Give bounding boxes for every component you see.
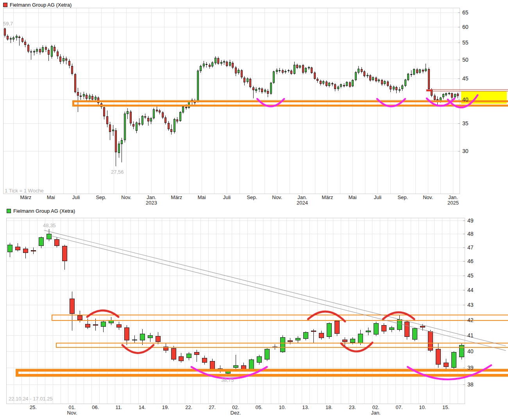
candle xyxy=(31,250,36,252)
candle xyxy=(210,361,215,369)
candle xyxy=(223,61,225,62)
red-channel xyxy=(428,89,508,91)
candle xyxy=(404,80,406,86)
candle xyxy=(51,46,53,57)
candle xyxy=(127,111,129,114)
candle xyxy=(232,63,234,68)
candle xyxy=(179,356,184,361)
daily-chart-legend: Fielmann Group AG (Xetra) xyxy=(7,208,75,214)
x-axis-label: Sep. xyxy=(96,195,106,200)
candle xyxy=(303,332,308,338)
x-axis-label: 10. xyxy=(279,405,286,410)
candle-wick xyxy=(411,70,411,77)
candle xyxy=(326,82,327,86)
candle xyxy=(273,71,275,83)
x-axis-label: 25. xyxy=(30,405,37,410)
candle xyxy=(343,85,345,86)
weekly-high-label: 59,7 xyxy=(3,21,13,27)
candle xyxy=(284,71,286,72)
x-axis-label: 01.Nov. xyxy=(67,405,77,416)
legend-square-icon xyxy=(7,209,11,213)
candle xyxy=(103,107,105,116)
y-axis-tick xyxy=(458,151,460,151)
y-axis-tick xyxy=(463,320,465,320)
candle xyxy=(118,144,120,153)
y-axis-label: 50 xyxy=(462,57,469,63)
x-axis-label: Jan.2023 xyxy=(146,195,157,206)
candle xyxy=(331,83,333,84)
x-axis-label: Jan.2025 xyxy=(447,195,459,206)
candle xyxy=(267,91,269,94)
candle xyxy=(419,69,421,73)
y-axis-tick xyxy=(463,305,465,305)
orange-channel-thick xyxy=(16,369,508,377)
x-axis-label: 07. xyxy=(395,405,402,410)
candle xyxy=(238,70,240,73)
candle xyxy=(215,58,216,63)
candle xyxy=(442,94,444,97)
candle xyxy=(156,110,158,111)
candle xyxy=(42,47,44,52)
candle xyxy=(185,107,187,109)
y-axis-label: 43 xyxy=(467,302,474,308)
candle xyxy=(159,110,161,112)
candle xyxy=(30,52,32,53)
candle xyxy=(425,69,427,71)
candle xyxy=(39,49,41,52)
candle xyxy=(121,140,123,144)
x-axis-label: Mai xyxy=(349,195,357,200)
candle xyxy=(282,70,284,73)
candle xyxy=(59,57,61,62)
candle xyxy=(276,70,278,72)
y-axis-tick xyxy=(463,234,465,234)
candle xyxy=(247,78,249,82)
y-axis-label: 40 xyxy=(462,96,469,103)
candle xyxy=(211,62,213,66)
daily-low-label: 38,75 xyxy=(221,377,234,383)
x-axis-label: 23. xyxy=(349,405,356,410)
candle xyxy=(39,237,44,246)
y-axis-label: 41 xyxy=(467,332,474,338)
candle xyxy=(257,356,262,363)
candle xyxy=(168,123,170,129)
candle xyxy=(322,81,324,84)
candle xyxy=(80,96,82,97)
candle xyxy=(334,321,340,334)
candle xyxy=(71,66,73,73)
candle xyxy=(367,75,368,76)
candle xyxy=(197,71,199,101)
candle xyxy=(361,69,363,72)
candle xyxy=(138,123,140,125)
orange-channel-a xyxy=(52,315,508,321)
y-axis-tick xyxy=(458,43,460,43)
candle xyxy=(350,339,355,343)
y-axis-tick xyxy=(463,351,465,352)
y-axis-tick xyxy=(463,247,465,248)
candle xyxy=(174,119,175,132)
candle xyxy=(349,82,351,87)
candle xyxy=(387,82,389,86)
y-axis-label: 38 xyxy=(467,381,474,388)
candle xyxy=(147,118,149,121)
weekly-low-label: 27,56 xyxy=(111,169,124,175)
candle xyxy=(290,71,292,74)
candle xyxy=(340,84,342,86)
y-axis-tick xyxy=(463,368,465,368)
candle-wick xyxy=(259,87,259,92)
candle xyxy=(288,340,293,342)
y-axis-label: 44 xyxy=(467,287,474,293)
candle xyxy=(63,58,64,61)
candle xyxy=(124,114,126,140)
candle xyxy=(454,94,456,97)
y-axis-tick xyxy=(458,100,460,100)
candle xyxy=(270,83,272,94)
x-axis-label: 10. xyxy=(419,405,426,410)
candle xyxy=(393,87,395,90)
candle xyxy=(109,125,111,132)
candle xyxy=(255,89,257,91)
y-axis-label: 49 xyxy=(467,217,474,224)
candle xyxy=(252,87,254,91)
candle xyxy=(352,80,354,86)
candle xyxy=(101,322,106,327)
candle xyxy=(413,69,415,75)
